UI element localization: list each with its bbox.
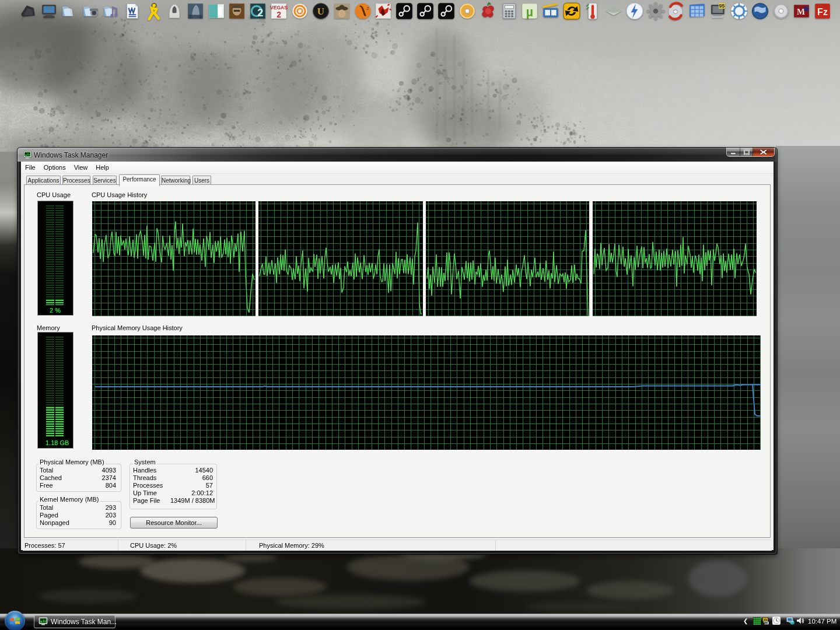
svg-text:95: 95 [719,3,725,9]
svg-text:µ: µ [526,5,533,19]
svg-text:U: U [317,6,324,17]
svg-text:99: 99 [764,618,767,621]
svg-text:Fz: Fz [817,7,828,17]
svg-text:2: 2 [366,6,369,11]
svg-text:2: 2 [257,7,263,19]
svg-text:2: 2 [276,10,281,19]
svg-text:M: M [797,7,805,16]
